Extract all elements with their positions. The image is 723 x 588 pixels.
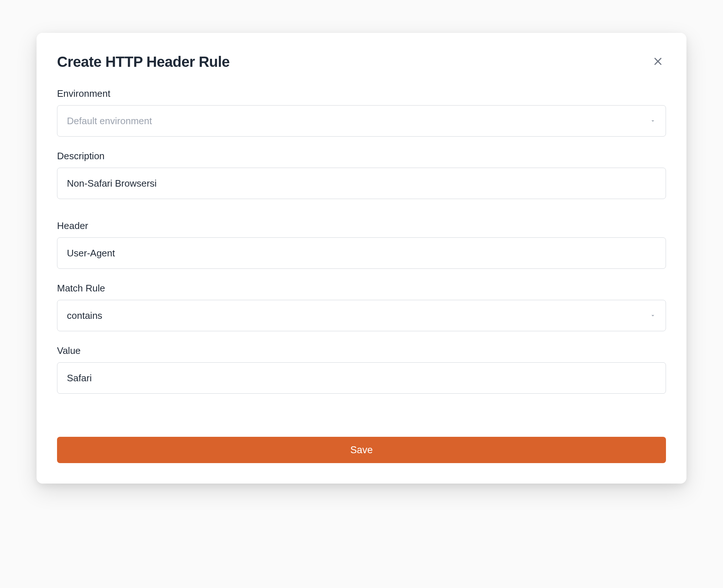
description-field-group: Description bbox=[57, 150, 666, 199]
header-label: Header bbox=[57, 220, 666, 232]
match-rule-select[interactable]: contains bbox=[57, 300, 666, 331]
description-label: Description bbox=[57, 150, 666, 162]
value-label: Value bbox=[57, 345, 666, 356]
close-icon bbox=[653, 56, 663, 68]
description-input[interactable] bbox=[57, 168, 666, 199]
modal-title: Create HTTP Header Rule bbox=[57, 54, 230, 70]
match-rule-field-group: Match Rule contains bbox=[57, 283, 666, 331]
modal-header: Create HTTP Header Rule bbox=[57, 53, 666, 70]
caret-down-icon bbox=[650, 312, 656, 319]
caret-down-icon bbox=[650, 118, 656, 124]
environment-field-group: Environment Default environment bbox=[57, 88, 666, 137]
value-input[interactable] bbox=[57, 362, 666, 394]
header-field-group: Header bbox=[57, 220, 666, 269]
close-button[interactable] bbox=[650, 53, 666, 70]
header-input[interactable] bbox=[57, 237, 666, 269]
value-field-group: Value bbox=[57, 345, 666, 394]
create-http-header-rule-modal: Create HTTP Header Rule Environment Defa… bbox=[37, 33, 686, 484]
match-rule-select-value: contains bbox=[67, 310, 102, 321]
environment-select[interactable]: Default environment bbox=[57, 105, 666, 137]
match-rule-label: Match Rule bbox=[57, 283, 666, 294]
environment-select-placeholder: Default environment bbox=[67, 115, 152, 127]
environment-label: Environment bbox=[57, 88, 666, 99]
save-button[interactable]: Save bbox=[57, 437, 666, 463]
